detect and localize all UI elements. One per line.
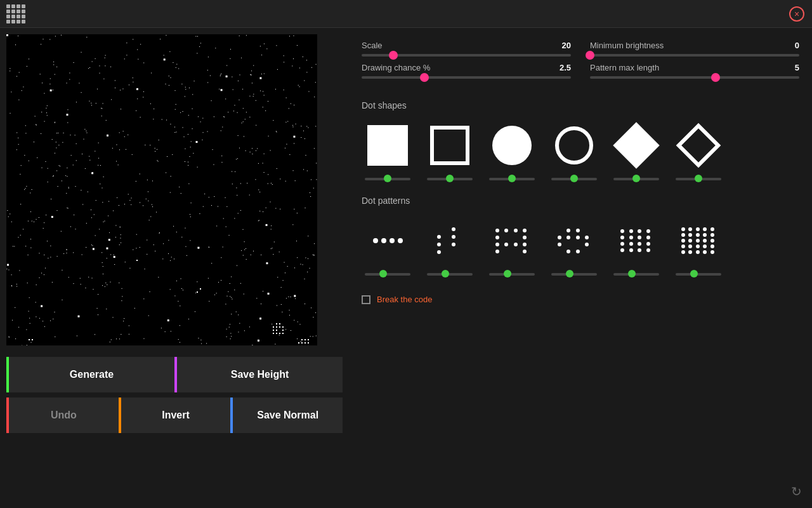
pattern-preview-cluster[interactable] [548,215,600,267]
right-panel: Scale 20 Minimum brightness 0 [349,28,812,508]
shape-item-diamond-outline [672,119,724,180]
dot-patterns-grid [362,215,799,276]
drawing-chance-label: Drawing chance % [362,63,430,72]
shape-preview-square-outline[interactable] [424,119,476,171]
drawing-chance-value: 2.5 [560,63,571,72]
pattern-slider-grid5x5-dense[interactable] [676,273,721,276]
left-panel: Generate Save Height Undo Invert Save No… [0,28,349,508]
preview-canvas [6,34,317,345]
pattern-max-length-slider-group: Pattern max length 5 [590,63,799,79]
pattern-item-grid4x4-sparse [610,215,662,276]
pattern-slider-grid3x3-sparse[interactable] [489,273,535,276]
shape-preview-circle-outline[interactable] [548,119,600,171]
scale-track[interactable] [362,54,571,57]
close-button[interactable]: × [789,6,804,22]
scale-label: Scale [362,41,383,50]
dot-patterns-title: Dot patterns [362,196,799,206]
pattern-item-row4 [362,215,414,276]
drawing-chance-slider-group: Drawing chance % 2.5 [362,63,571,79]
shape-slider-circle-outline[interactable] [551,178,597,180]
refresh-icon[interactable]: ↻ [791,484,802,499]
diamond-outline-shape [676,123,721,168]
pattern-item-grid5x5-dense [672,215,724,276]
pattern-max-length-track[interactable] [590,76,799,79]
pattern-preview-grid3x3-sparse[interactable] [486,215,538,267]
scale-slider-group: Scale 20 [362,41,571,57]
invert-button[interactable]: Invert [119,398,231,433]
drawing-chance-track[interactable] [362,76,571,79]
square-outline-shape [430,126,469,165]
dot-shapes-title: Dot shapes [362,100,799,110]
save-normal-button[interactable]: Save Normal [230,398,343,433]
min-brightness-label: Minimum brightness [590,41,664,50]
sliders-grid: Scale 20 Minimum brightness 0 [362,41,799,85]
pattern-slider-grid4x4-sparse[interactable] [613,273,659,276]
pattern-preview-grid4x4-sparse[interactable] [610,215,662,267]
pattern-slider-cluster[interactable] [551,273,597,276]
pattern-item-cluster [548,215,600,276]
pattern-slider-col4[interactable] [427,273,473,276]
shape-item-circle-filled [486,119,538,180]
main-layout: Generate Save Height Undo Invert Save No… [0,28,812,508]
diamond-filled-shape [613,122,660,169]
save-height-button[interactable]: Save Height [174,357,343,392]
shape-slider-square-filled[interactable] [365,178,410,180]
top-bar: × [0,0,812,28]
circle-filled-shape [492,126,532,165]
break-code-checkbox[interactable] [362,295,370,304]
buttons-area: Generate Save Height Undo Invert Save No… [6,357,343,433]
shape-slider-diamond-filled[interactable] [613,178,659,180]
shape-slider-circle-filled[interactable] [489,178,535,180]
primary-buttons-row: Generate Save Height [6,357,343,392]
shape-preview-diamond-outline[interactable] [672,119,724,171]
break-code-row: Break the code [362,295,799,304]
shape-slider-diamond-outline[interactable] [676,178,721,180]
shape-item-square-filled [362,119,414,180]
grid-menu-icon[interactable] [6,4,25,23]
pattern-item-grid3x3-sparse [486,215,538,276]
shape-slider-square-outline[interactable] [427,178,473,180]
pattern-item-col4 [424,215,476,276]
min-brightness-slider-group: Minimum brightness 0 [590,41,799,57]
shape-preview-diamond-filled[interactable] [610,119,662,171]
pattern-max-length-label: Pattern max length [590,63,659,72]
pattern-preview-grid5x5-dense[interactable] [672,215,724,267]
scale-value: 20 [562,41,571,50]
min-brightness-track[interactable] [590,54,799,57]
pattern-preview-col4[interactable] [424,215,476,267]
square-filled-shape [367,125,408,166]
dot-shapes-grid [362,119,799,180]
circle-outline-shape [555,126,593,164]
shape-item-diamond-filled [610,119,662,180]
pattern-max-length-value: 5 [795,63,799,72]
shape-preview-circle-filled[interactable] [486,119,538,171]
secondary-buttons-row: Undo Invert Save Normal [6,398,343,433]
pattern-preview-row4[interactable] [362,215,414,267]
pattern-slider-row4[interactable] [365,273,410,276]
min-brightness-value: 0 [795,41,799,50]
generate-button[interactable]: Generate [6,357,174,392]
shape-item-square-outline [424,119,476,180]
break-code-label[interactable]: Break the code [377,295,432,304]
shape-item-circle-outline [548,119,600,180]
undo-button[interactable]: Undo [6,398,119,433]
shape-preview-square-filled[interactable] [362,119,414,171]
